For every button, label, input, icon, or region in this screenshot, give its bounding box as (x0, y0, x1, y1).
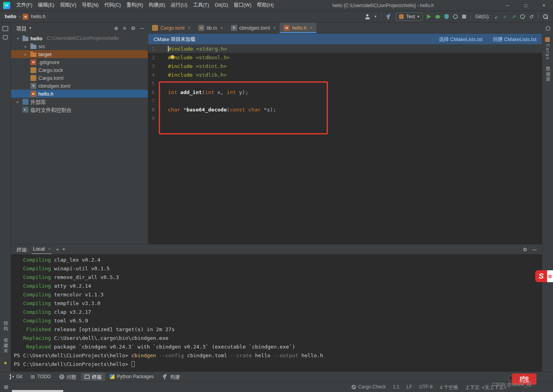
breadcrumb-file[interactable]: hello.h (31, 14, 45, 19)
git-commit-check-icon[interactable]: ✓ (503, 14, 507, 19)
gear-icon[interactable]: ⚙ (131, 26, 135, 31)
locate-file-icon[interactable]: ⊕ (114, 26, 118, 31)
code-line-4[interactable]: 4#include <stdlib.h> (148, 70, 542, 79)
coverage-button[interactable] (444, 14, 449, 19)
cargo-check-status[interactable]: Cargo Check (352, 384, 386, 390)
tree-item-hello[interactable]: ▾helloC:\Users\dell\CLionProjects\hello (11, 34, 148, 42)
toolwindow-button-Python Packages[interactable]: Python Packages (106, 373, 157, 380)
code-area[interactable]: ✓ 1#include <stdarg.h>2#include <stdbool… (148, 44, 542, 244)
code-line-6[interactable]: 6int add_int(int x, int y); (148, 88, 542, 96)
terminal-tab-local[interactable]: Local × (32, 245, 52, 254)
menu-item-5[interactable]: 重构(R) (124, 0, 146, 11)
profiler-button[interactable] (453, 14, 458, 19)
tab-Cargo.toml[interactable]: Cargo.toml× (148, 23, 194, 33)
tool-stripe-button-Cargo[interactable]: Cargo (545, 37, 550, 60)
chevron-closed-icon[interactable]: ▸ (23, 52, 28, 57)
menu-item-1[interactable]: 编辑(E) (35, 0, 57, 11)
build-hammer-icon[interactable] (386, 14, 391, 19)
tool-stripe-button-收藏夹[interactable]: 收藏夹 (3, 338, 8, 354)
toolwindow-button-TODO[interactable]: ⊞TODO (27, 373, 54, 380)
chevron-closed-icon[interactable]: ▸ (23, 44, 28, 49)
commit-stripe-icon[interactable] (3, 35, 8, 40)
git-update-icon[interactable]: ↙ (494, 14, 498, 19)
menu-item-3[interactable]: 导航(N) (79, 0, 101, 11)
menu-item-10[interactable]: 窗口(W) (231, 0, 254, 11)
code-line-5[interactable]: 5 (148, 79, 542, 88)
close-icon[interactable]: × (48, 246, 51, 252)
rollback-icon[interactable]: ↺ (529, 14, 534, 19)
stop-button[interactable] (462, 15, 466, 19)
tab-cbindgen.toml[interactable]: Tcbindgen.toml× (227, 23, 280, 33)
tab-lib.rs[interactable]: Rlib.rs× (194, 23, 227, 33)
toolwindow-button-构建[interactable]: 构建 (158, 373, 183, 381)
intention-bulb-icon[interactable] (170, 55, 175, 59)
close-tab-icon[interactable]: × (220, 25, 223, 31)
chevron-closed-icon[interactable]: ▸ (15, 100, 21, 104)
new-session-plus-icon[interactable]: + (56, 247, 59, 252)
close-tab-icon[interactable]: × (188, 25, 190, 31)
tree-item-src[interactable]: ▸src (11, 42, 148, 50)
toolwindow-button-问题[interactable]: !问题 (56, 373, 80, 381)
favorites-star-icon[interactable]: ★ (3, 360, 8, 366)
user-dropdown-icon[interactable]: ▾ (374, 15, 376, 19)
menu-item-8[interactable]: 工具(T) (190, 0, 212, 11)
status-item-0[interactable]: 1:1 (393, 384, 400, 390)
tool-stripe-button-数据库[interactable]: 数据库 (545, 66, 550, 83)
menu-item-6[interactable]: 构建(B) (146, 0, 168, 11)
status-item-1[interactable]: LF (406, 384, 412, 390)
toolwindow-button-Git[interactable]: Git (6, 373, 26, 380)
user-icon[interactable] (365, 14, 370, 19)
menu-item-11[interactable]: 帮助(H) (254, 0, 276, 11)
tab-hello.h[interactable]: Hhello.h× (280, 23, 316, 33)
toolwindow-switcher-icon[interactable]: ⊞ (4, 384, 8, 390)
tree-item-外部库[interactable]: ▸外部库 (11, 98, 148, 106)
status-item-2[interactable]: UTF-8 (419, 384, 433, 390)
breadcrumb-project[interactable]: hello (5, 14, 16, 19)
tree-item-Cargo.lock[interactable]: Cargo.lock (11, 66, 148, 74)
run-config-selector[interactable]: Test ▾ (396, 12, 423, 21)
tree-item-.gitignore[interactable]: G.gitignore (11, 58, 148, 66)
menu-item-2[interactable]: 视图(V) (57, 0, 79, 11)
select-cmakelists-link[interactable]: 选择 CMakeLists.txt (439, 35, 482, 43)
chevron-open-icon[interactable]: ▾ (15, 36, 21, 41)
chevron-down-icon[interactable]: ▾ (29, 26, 31, 30)
close-button[interactable]: × (535, 0, 553, 11)
toolwindow-button-终端[interactable]: 终端 (81, 373, 105, 381)
code-line-1[interactable]: 1#include <stdarg.h> (148, 44, 542, 53)
menu-item-0[interactable]: 文件(F) (13, 0, 35, 11)
tree-item-临时文件和控制台[interactable]: >_临时文件和控制台 (11, 106, 148, 113)
code-line-7[interactable]: 7 (148, 96, 542, 105)
tool-stripe-button-结构[interactable]: 结构 (3, 321, 8, 332)
tree-item-cbindgen.toml[interactable]: Tcbindgen.toml (11, 82, 148, 90)
menu-item-7[interactable]: 运行(U) (168, 0, 190, 11)
collapse-all-icon[interactable]: ≡ (123, 26, 126, 31)
menu-item-4[interactable]: 代码(C) (102, 0, 124, 11)
project-stripe-icon[interactable] (2, 26, 8, 31)
close-tab-icon[interactable]: × (310, 25, 312, 31)
chevron-down-icon[interactable]: ▾ (63, 247, 65, 251)
create-cmakelists-link[interactable]: 创建 CMakeLists.txt (493, 35, 536, 43)
menu-item-9[interactable]: Git(G) (212, 0, 231, 11)
debug-button[interactable] (435, 15, 440, 19)
run-button[interactable] (427, 14, 431, 19)
maximize-button[interactable]: □ (517, 0, 535, 11)
project-panel-title[interactable]: 项目 (16, 24, 26, 32)
tree-item-hello.h[interactable]: Hhello.h (11, 90, 148, 98)
code-line-9[interactable]: 9 (148, 114, 542, 122)
close-tab-icon[interactable]: × (273, 25, 276, 31)
code-line-2[interactable]: 2#include <stdbool.h> (148, 53, 542, 62)
code-line-3[interactable]: 3#include <stdint.h> (148, 62, 542, 70)
terminal-content[interactable]: Compiling clap_lex v0.2.4 Compiling wina… (11, 254, 542, 371)
minimize-button[interactable]: ─ (498, 0, 517, 11)
git-push-icon[interactable]: ↗ (512, 14, 516, 19)
hide-panel-icon[interactable]: ─ (140, 26, 144, 31)
search-icon[interactable] (543, 14, 548, 19)
code-line-8[interactable]: 8char *base64_decode(const char *s); (148, 105, 542, 114)
gear-icon[interactable]: ⚙ (523, 247, 527, 252)
tree-item-Cargo.toml[interactable]: Cargo.toml (11, 74, 148, 82)
notifications-icon[interactable] (545, 26, 550, 31)
minimize-panel-icon[interactable]: ─ (533, 247, 536, 252)
history-clock-icon[interactable] (520, 14, 525, 19)
tree-item-target[interactable]: ▸target (11, 50, 148, 58)
status-item-3[interactable]: 4 个空格 (440, 384, 458, 390)
